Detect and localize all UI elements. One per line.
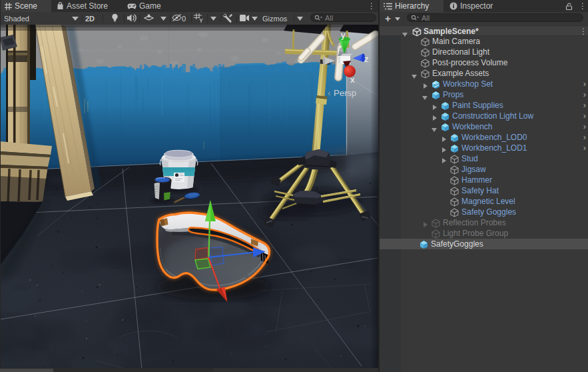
svg-text:Persp: Persp — [334, 88, 356, 98]
svg-text:z: z — [364, 54, 369, 64]
svg-text:x: x — [350, 75, 355, 85]
svg-text:‹: ‹ — [328, 88, 330, 98]
svg-text:y: y — [341, 30, 346, 40]
